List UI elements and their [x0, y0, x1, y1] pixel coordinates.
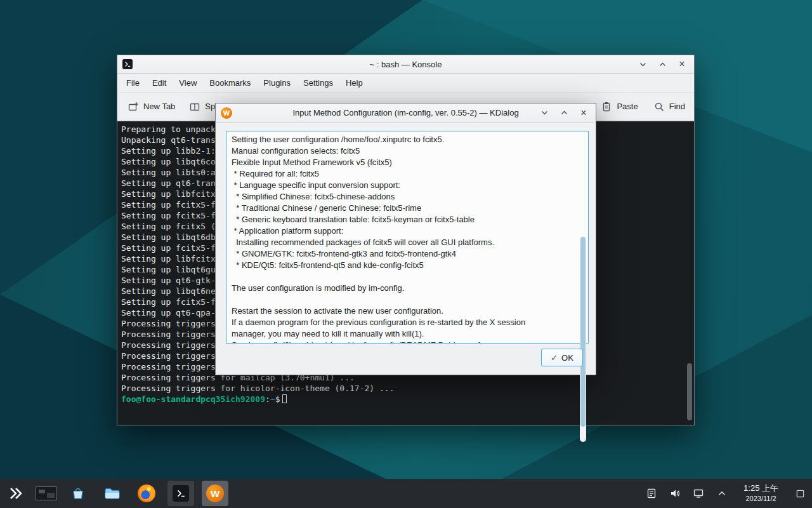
- prompt-user-host: foo@foo-standardpcq35ich92009: [121, 394, 265, 404]
- close-icon[interactable]: ×: [676, 58, 688, 70]
- prompt-colon: :: [265, 394, 270, 404]
- ok-button[interactable]: ✓ OK: [541, 349, 583, 366]
- terminal-cursor: [282, 394, 287, 403]
- menu-bookmarks[interactable]: Bookmarks: [203, 74, 257, 93]
- dialog-text-line: [232, 271, 583, 283]
- virtual-desktop-pager[interactable]: [36, 486, 57, 500]
- system-tray: 1:25 上午 2023/11/2: [645, 483, 808, 503]
- terminal-scrollbar-thumb[interactable]: [687, 363, 692, 420]
- dialog-text-line: Flexible Input Method Framework v5 (fcit…: [232, 157, 583, 168]
- minimize-button[interactable]: [637, 58, 648, 70]
- minimize-button[interactable]: [539, 107, 550, 119]
- pager-icon: [36, 486, 57, 500]
- konsole-titlebar[interactable]: ~ : bash — Konsole ×: [117, 55, 694, 74]
- kdialog-window: W Input Method Configuration (im-config,…: [215, 103, 596, 375]
- check-icon: ✓: [551, 353, 558, 363]
- digital-clock[interactable]: 1:25 上午 2023/11/2: [743, 483, 778, 503]
- discover-icon: [70, 485, 86, 502]
- dialog-text-line: * Traditional Chinese / generic Chinese:…: [232, 203, 583, 214]
- window-controls: ×: [539, 107, 596, 119]
- new-tab-label: New Tab: [143, 102, 175, 111]
- show-desktop-icon: [796, 489, 805, 498]
- volume-tray-button[interactable]: [668, 486, 682, 500]
- prompt-path: ~: [270, 394, 275, 404]
- discover-launcher[interactable]: [65, 481, 91, 506]
- app-launcher-icon: [8, 486, 23, 501]
- dialog-text-line: If a daemon program for the previous con…: [232, 317, 583, 328]
- dialog-text-line: Manual configuration selects: fcitx5: [232, 145, 583, 157]
- find-button[interactable]: Find: [653, 101, 685, 112]
- menu-view[interactable]: View: [173, 74, 203, 93]
- split-view-icon: [189, 101, 200, 112]
- konsole-window-title: ~ : bash — Konsole: [370, 60, 442, 69]
- dialog-text-line: Setting the user configuration /home/foo…: [232, 134, 583, 145]
- dialog-text-line: * Simplified Chinese: fcitx5-chinese-add…: [232, 191, 583, 203]
- paste-icon: [601, 101, 612, 112]
- window-controls: ×: [637, 58, 694, 70]
- clock-date: 2023/11/2: [745, 494, 776, 503]
- konsole-icon: [122, 59, 133, 69]
- menu-edit[interactable]: Edit: [146, 74, 173, 93]
- dialog-scrollbar[interactable]: [580, 236, 586, 442]
- dialog-text-line: The user configuration is modified by im…: [232, 283, 583, 294]
- menu-plugins[interactable]: Plugins: [257, 74, 297, 93]
- dialog-text-line: [232, 294, 583, 305]
- dialog-text-line: Restart the session to activate the new …: [232, 305, 583, 317]
- show-desktop-button[interactable]: [793, 486, 807, 500]
- im-config-icon: W: [221, 107, 232, 119]
- paste-button[interactable]: Paste: [601, 101, 638, 112]
- chevron-up-icon: [717, 488, 727, 498]
- dialog-text-line: Installing recommended packages of fcitx…: [232, 237, 583, 248]
- dialog-text-line: * Application platform support:: [232, 225, 583, 237]
- konsole-icon: [172, 485, 190, 502]
- clipboard-icon: [646, 488, 657, 499]
- dialog-text: Setting the user configuration /home/foo…: [232, 134, 583, 344]
- folder-icon: [103, 485, 121, 502]
- firefox-icon: [138, 485, 155, 502]
- expand-tray-button[interactable]: [715, 486, 729, 500]
- close-icon[interactable]: ×: [578, 107, 589, 119]
- menu-file[interactable]: File: [120, 74, 146, 93]
- dialog-text-line: See im-config(8) and /usr/share/doc/im-c…: [232, 340, 583, 344]
- maximize-button[interactable]: [657, 58, 668, 70]
- firefox-launcher[interactable]: [133, 481, 160, 506]
- kdialog-window-title: Input Method Configuration (im-config, v…: [292, 108, 518, 117]
- dialog-text-line: * Language specific input conversion sup…: [232, 180, 583, 191]
- maximize-button[interactable]: [558, 107, 570, 119]
- prompt-line: foo@foo-standardpcq35ich92009:~$: [121, 394, 694, 404]
- terminal-scrollbar[interactable]: [686, 123, 693, 424]
- ok-label: OK: [561, 353, 573, 363]
- menu-settings[interactable]: Settings: [297, 74, 339, 93]
- kdialog-titlebar[interactable]: W Input Method Configuration (im-config,…: [216, 104, 596, 123]
- dialog-scrollbar-thumb[interactable]: [580, 237, 586, 427]
- new-tab-icon: [128, 101, 139, 112]
- new-tab-button[interactable]: New Tab: [128, 101, 175, 112]
- im-config-icon: W: [206, 485, 224, 502]
- konsole-menubar: File Edit View Bookmarks Plugins Setting…: [117, 74, 694, 93]
- display-icon: [693, 488, 704, 499]
- app-launcher-button[interactable]: [4, 481, 28, 505]
- volume-icon: [669, 488, 681, 499]
- display-tray-button[interactable]: [691, 486, 705, 500]
- find-label: Find: [669, 102, 685, 111]
- dialog-text-line: * KDE/Qt5: fcitx5-frontend-qt5 and kde-c…: [232, 260, 583, 271]
- konsole-task[interactable]: [167, 481, 194, 506]
- search-icon: [653, 101, 665, 112]
- dialog-text-line: * GNOME/GTK: fcitx5-frontend-gtk3 and fc…: [232, 248, 583, 260]
- dialog-text-line: * Generic keyboard translation table: fc…: [232, 214, 583, 225]
- taskbar: W 1:25 上午 2023/11/2: [0, 479, 812, 508]
- clipboard-tray-button[interactable]: [645, 486, 658, 500]
- dolphin-launcher[interactable]: [99, 481, 126, 506]
- paste-label: Paste: [617, 102, 638, 111]
- prompt-dollar: $: [275, 394, 280, 404]
- dialog-text-area[interactable]: Setting the user configuration /home/foo…: [226, 131, 589, 344]
- terminal-line: Processing triggers for hicolor-icon-the…: [121, 383, 694, 394]
- menu-help[interactable]: Help: [339, 74, 369, 93]
- dialog-text-line: manager, you may need to kill it manuall…: [232, 328, 583, 340]
- dialog-text-line: * Required for all: fcitx5: [232, 168, 583, 180]
- im-config-task[interactable]: W: [202, 481, 228, 506]
- clock-time: 1:25 上午: [743, 483, 778, 494]
